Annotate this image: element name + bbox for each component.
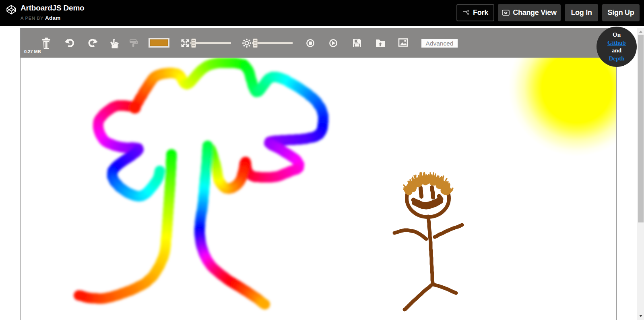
svg-text:Advanced: Advanced	[426, 40, 454, 47]
